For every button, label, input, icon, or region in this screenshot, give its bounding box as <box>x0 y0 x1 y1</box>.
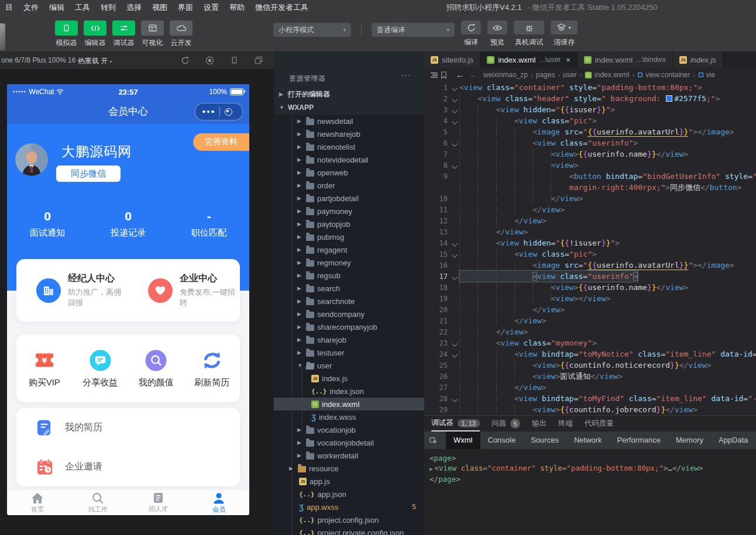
bookmark-icon[interactable] <box>441 71 447 79</box>
debug-tab-输出[interactable]: 输出 <box>532 416 547 432</box>
breadcrumb-user[interactable]: user <box>563 71 576 79</box>
menu-编辑[interactable]: 编辑 <box>44 2 70 13</box>
fold-toggle[interactable] <box>449 249 459 260</box>
tree-item-index.wxss[interactable]: Ʒindex.wxss <box>274 410 424 423</box>
menu-视图[interactable]: 视图 <box>147 2 173 13</box>
tree-item-app.json[interactable]: {..}app.json <box>274 488 424 501</box>
menu-选择[interactable]: 选择 <box>121 2 147 13</box>
menu-目[interactable]: 目 <box>0 2 18 13</box>
device-select[interactable]: one 6/7/8 Plus 100% 16▾ <box>1 56 80 64</box>
tree-item-searchnote[interactable]: ▶searchnote <box>274 295 424 308</box>
fold-toggle[interactable] <box>449 116 459 126</box>
dom-line-1[interactable]: ▶<view class="container" style="padding-… <box>429 463 756 474</box>
hot-reload-toggle[interactable]: 热重载 开▾ <box>78 56 112 66</box>
forward-icon[interactable]: → <box>468 70 476 80</box>
breadcrumb-vie[interactable]: vie <box>698 71 715 79</box>
editor-tab-index.js[interactable]: JSindex.js <box>673 51 723 68</box>
action-真机调试[interactable]: 真机调试 <box>514 20 544 47</box>
menu-微信开发者工具[interactable]: 微信开发者工具 <box>250 2 314 13</box>
back-icon[interactable]: ← <box>456 70 464 80</box>
fold-toggle[interactable] <box>449 338 459 348</box>
action-预览[interactable]: 预览 <box>487 20 507 47</box>
grid-刷新简历[interactable]: 刷新简历 <box>184 348 240 388</box>
debug-tab-代码质量[interactable]: 代码质量 <box>585 416 614 432</box>
close-target-icon[interactable] <box>225 108 232 116</box>
fold-toggle[interactable] <box>449 394 459 404</box>
close-icon[interactable]: × <box>566 56 571 64</box>
devtools-tab-Memory[interactable]: Memory <box>668 432 711 449</box>
windows-icon[interactable] <box>254 56 263 65</box>
menu-文件[interactable]: 文件 <box>18 2 44 13</box>
section-project-root[interactable]: ▼ WXAPP <box>274 101 424 114</box>
editor-tab-index.wxml[interactable]: index.wxml...\bindwx <box>578 51 673 68</box>
breadcrumb-weixinmao_zp[interactable]: weixinmao_zp <box>483 71 528 79</box>
wxml-inspector-content[interactable]: <page>▶<view class="container" style="pa… <box>424 449 756 535</box>
tree-item-sharejob[interactable]: ▶sharejob <box>274 333 424 346</box>
miniprogram-capsule[interactable] <box>195 103 243 120</box>
menu-帮助[interactable]: 帮助 <box>224 2 250 13</box>
toolbar-云开发[interactable]: 云开发 <box>170 20 193 48</box>
tree-item-notevideodetail[interactable]: ▶notevideodetail <box>274 153 424 166</box>
center-企业中心[interactable]: 企业中心免费发布,一键招聘 <box>128 272 240 308</box>
explorer-menu-icon[interactable]: ··· <box>401 70 411 80</box>
tree-item-openweb[interactable]: ▶openweb <box>274 166 424 179</box>
grid-购买VIP[interactable]: ¥购买VIP <box>16 348 73 388</box>
complete-profile-tag[interactable]: 完善资料 <box>193 133 249 151</box>
list-item-我的简历[interactable]: 我的简历 <box>16 408 240 447</box>
fold-toggle[interactable] <box>449 238 459 248</box>
grid-分享收益[interactable]: 分享收益 <box>73 348 129 388</box>
tree-item-user[interactable]: ▼user <box>274 359 424 372</box>
editor-tab-siteinfo.js[interactable]: JSsiteinfo.js <box>424 51 480 68</box>
code-area[interactable]: 1<view class="container" style="padding-… <box>424 82 756 415</box>
toolbar-调试器[interactable]: 调试器 <box>112 20 135 48</box>
center-经纪人中心[interactable]: 经纪人中心助力推广，高佣回报 <box>16 272 128 308</box>
toolbar-模拟器[interactable]: 模拟器 <box>55 20 78 48</box>
devtools-tab-Console[interactable]: Console <box>480 432 524 449</box>
action-清缓存[interactable]: ▾清缓存 <box>551 20 578 47</box>
editor-tab-index.wxml[interactable]: index.wxml...\user× <box>480 51 578 68</box>
list-item-企业邀请[interactable]: 企业邀请 <box>16 447 240 486</box>
toolbar-编辑器[interactable]: 编辑器 <box>84 20 106 48</box>
dom-line-0[interactable]: <page> <box>429 453 756 463</box>
tree-item-newsharejob[interactable]: ▶newsharejob <box>274 127 424 140</box>
tab-会员[interactable]: 会员 <box>189 490 250 515</box>
tree-item-paytopjob[interactable]: ▶paytopjob <box>274 218 424 230</box>
toolbar-可视化[interactable]: 可视化 <box>141 20 164 48</box>
tree-item-testuser[interactable]: ▶testuser <box>274 346 424 359</box>
devtools-tab-Performance[interactable]: Performance <box>610 432 668 449</box>
devtools-tab-Sources[interactable]: Sources <box>523 432 566 449</box>
tree-item-regsub[interactable]: ▶regsub <box>274 269 424 282</box>
stat-职位匹配[interactable]: -职位匹配 <box>169 209 249 239</box>
tree-item-order[interactable]: ▶order <box>274 179 424 192</box>
debug-tab-终端[interactable]: 终端 <box>558 416 573 432</box>
tree-item-newsdetail[interactable]: ▶newsdetail <box>274 115 424 127</box>
record-icon[interactable] <box>205 56 214 65</box>
tab-招人才[interactable]: 招人才 <box>128 490 189 515</box>
devtools-tab-Network[interactable]: Network <box>566 432 610 449</box>
tree-item-regmoney[interactable]: ▶regmoney <box>274 256 424 269</box>
tab-首页[interactable]: 首页 <box>7 490 68 515</box>
debug-tab-调试器[interactable]: 调试器1, 13 <box>431 416 480 432</box>
devtools-tab-Wxml[interactable]: Wxml <box>446 432 480 449</box>
breadcrumb-pages[interactable]: pages <box>536 71 555 79</box>
menu-界面[interactable]: 界面 <box>173 2 198 13</box>
tree-item-app.js[interactable]: JSapp.js <box>274 475 424 488</box>
mode-select[interactable]: 小程序模式 ▾ <box>273 23 351 37</box>
refresh-icon[interactable] <box>180 56 190 65</box>
avatar[interactable] <box>15 143 48 176</box>
tree-item-paymoney[interactable]: ▶paymoney <box>274 205 424 218</box>
stat-面试通知[interactable]: 0面试通知 <box>7 209 88 239</box>
tree-item-vocationjob[interactable]: ▶vocationjob <box>274 423 424 436</box>
section-open-editors[interactable]: ▶ 打开的编辑器 <box>274 88 424 101</box>
fold-toggle[interactable] <box>449 160 459 171</box>
fold-toggle[interactable] <box>449 271 459 282</box>
more-icon[interactable] <box>202 111 214 113</box>
devtools-tab-AppData[interactable]: AppData <box>711 432 756 449</box>
action-编译[interactable]: 编译 <box>461 20 481 47</box>
breadcrumb-index.wxml[interactable]: index.wxml <box>585 71 629 79</box>
fold-toggle[interactable] <box>449 105 459 115</box>
dom-line-2[interactable]: </page> <box>429 474 756 484</box>
fold-toggle[interactable] <box>449 82 459 93</box>
menu-工具[interactable]: 工具 <box>70 2 95 13</box>
tree-item-index.js[interactable]: JSindex.js <box>274 372 424 385</box>
